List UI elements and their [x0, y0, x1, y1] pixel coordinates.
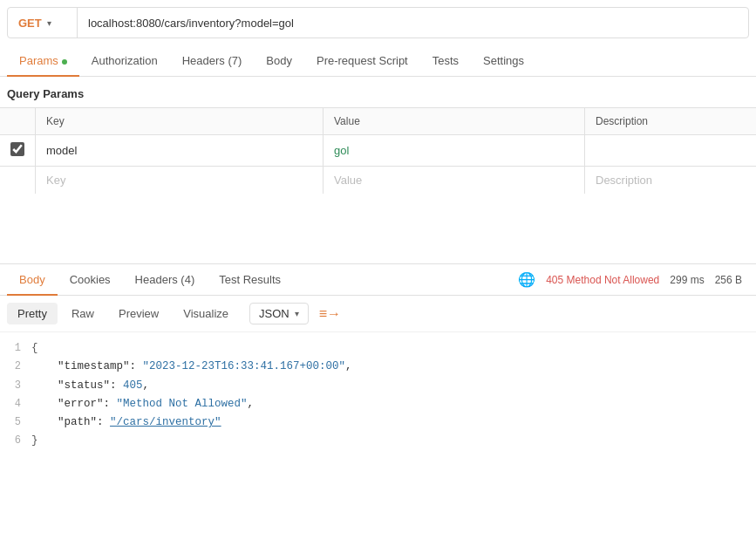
- response-tab-cookies[interactable]: Cookies: [58, 264, 123, 295]
- col-value: Value: [324, 108, 585, 135]
- empty-description[interactable]: Description: [585, 167, 757, 195]
- col-checkbox: [0, 108, 36, 135]
- row-checkbox-cell[interactable]: [0, 135, 36, 167]
- tab-authorization[interactable]: Authorization: [79, 45, 170, 76]
- method-selector[interactable]: GET ▾: [8, 8, 78, 38]
- tab-prerequest[interactable]: Pre-request Script: [304, 45, 420, 76]
- empty-key[interactable]: Key: [36, 167, 324, 195]
- code-line-4: 4 "error": "Method Not Allowed",: [0, 395, 756, 413]
- code-line-5: 5 "path": "/cars/inventory": [0, 413, 756, 432]
- code-line-1: 1 {: [0, 339, 756, 358]
- chevron-down-icon: ▾: [295, 309, 299, 318]
- response-tabs: Body Cookies Headers (4) Test Results 🌐 …: [0, 263, 756, 296]
- row-key[interactable]: model: [36, 135, 324, 167]
- response-status: 🌐 405 Method Not Allowed 299 ms 256 B: [518, 271, 749, 288]
- empty-checkbox-cell: [0, 167, 36, 195]
- params-dot: [62, 59, 67, 65]
- wrap-icon[interactable]: ≡→: [319, 306, 341, 322]
- spacer: [0, 194, 756, 263]
- row-value[interactable]: gol: [324, 135, 585, 167]
- globe-icon: 🌐: [518, 271, 535, 288]
- code-line-2: 2 "timestamp": "2023-12-23T16:33:41.167+…: [0, 358, 756, 376]
- url-bar: GET ▾: [7, 7, 749, 38]
- response-tab-headers[interactable]: Headers (4): [123, 264, 208, 295]
- row-checkbox[interactable]: [10, 142, 24, 156]
- body-tabs-row: Pretty Raw Preview Visualize JSON ▾ ≡→: [0, 296, 756, 332]
- request-tabs: Params Authorization Headers (7) Body Pr…: [0, 45, 756, 77]
- status-code: 405 Method Not Allowed: [546, 274, 659, 286]
- response-tab-testresults[interactable]: Test Results: [207, 264, 293, 295]
- tab-body[interactable]: Body: [254, 45, 304, 76]
- method-label: GET: [18, 17, 42, 30]
- tab-settings[interactable]: Settings: [471, 45, 536, 76]
- table-row: model gol: [0, 135, 756, 167]
- code-area: 1 { 2 "timestamp": "2023-12-23T16:33:41.…: [0, 332, 756, 458]
- code-line-6: 6 }: [0, 432, 756, 450]
- empty-value[interactable]: Value: [324, 167, 585, 195]
- response-time: 299 ms: [670, 274, 704, 286]
- body-tab-pretty[interactable]: Pretty: [7, 303, 58, 324]
- body-tab-visualize[interactable]: Visualize: [173, 303, 239, 324]
- table-row-empty: Key Value Description: [0, 167, 756, 195]
- col-description: Description: [585, 108, 757, 135]
- tab-headers[interactable]: Headers (7): [170, 45, 255, 76]
- tab-tests[interactable]: Tests: [420, 45, 471, 76]
- col-key: Key: [36, 108, 324, 135]
- row-description[interactable]: [585, 135, 757, 167]
- format-selector[interactable]: JSON ▾: [249, 303, 309, 324]
- query-params-label: Query Params: [0, 77, 756, 107]
- chevron-down-icon: ▾: [47, 18, 51, 28]
- tab-params[interactable]: Params: [7, 45, 79, 76]
- params-table: Key Value Description model gol Key Valu…: [0, 107, 756, 194]
- body-tab-raw[interactable]: Raw: [61, 303, 105, 324]
- response-size: 256 B: [715, 274, 742, 286]
- body-tab-preview[interactable]: Preview: [108, 303, 169, 324]
- code-line-3: 3 "status": 405,: [0, 377, 756, 395]
- url-input[interactable]: [78, 17, 748, 30]
- response-tab-body[interactable]: Body: [7, 264, 58, 295]
